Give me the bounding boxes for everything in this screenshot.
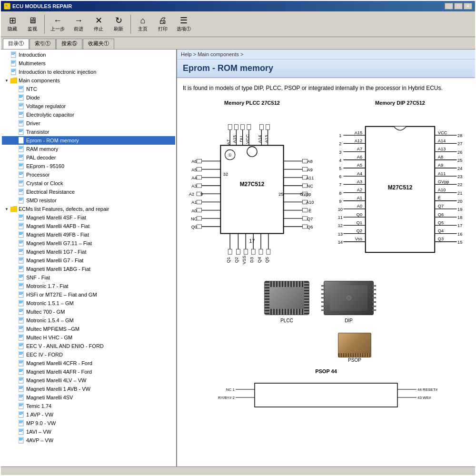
sidebar-item-ntc[interactable]: NTC xyxy=(2,85,175,93)
svg-text:5: 5 xyxy=(339,166,341,171)
sidebar-item-introduction[interactable]: Introduction xyxy=(2,50,175,59)
sidebar-item-multec-hvhc[interactable]: Multec H VHC - GM xyxy=(2,333,175,342)
refresh-button[interactable]: ↻ 刷新 xyxy=(109,15,128,34)
minimize-button[interactable]: _ xyxy=(445,3,453,10)
sidebar-item-mm-49fb[interactable]: Magneti Marelli 49FB - Fiat xyxy=(2,230,175,239)
sidebar-item-diode[interactable]: Diode xyxy=(2,93,175,102)
sidebar-item-electrical-res[interactable]: Electrical Resistance xyxy=(2,188,175,196)
sidebar-item-voltage-reg[interactable]: Voltage regulator xyxy=(2,102,175,110)
sidebar-item-mm-4sv[interactable]: Magneti Marelli 4SV xyxy=(2,393,175,402)
refresh-icon: ↻ xyxy=(115,16,122,25)
monitor-button[interactable]: 🖥 监视 xyxy=(23,15,42,34)
svg-rect-55 xyxy=(19,174,22,175)
stop-button[interactable]: ✕ 停止 xyxy=(89,15,108,34)
print-button[interactable]: 🖨 打印 xyxy=(153,15,172,34)
tree-label-1avi-vw: 1AVI – VW xyxy=(26,429,51,435)
sidebar-item-electrolytic[interactable]: Electrolytic capacitor xyxy=(2,110,175,119)
svg-rect-41 xyxy=(19,147,23,147)
sidebar-item-1avi-vw[interactable]: 1AVI – VW xyxy=(2,427,175,436)
sidebar-item-eprom-rom[interactable]: Eprom - ROM memory xyxy=(2,136,175,145)
sidebar-item-transistor[interactable]: Transistor xyxy=(2,128,175,136)
tree-label-driver: Driver xyxy=(26,120,40,126)
options-button[interactable]: ☰ 选项① xyxy=(173,15,194,34)
sidebar-item-temic-174[interactable]: Temic 1.74 xyxy=(2,402,175,410)
sidebar-item-motronic-17[interactable]: Motronic 1.7 - Fiat xyxy=(2,282,175,290)
sidebar-item-eeprom-95160[interactable]: EEprom - 95160 xyxy=(2,162,175,170)
sidebar-item-multec-700[interactable]: Multec 700 - GM xyxy=(2,307,175,316)
home-button[interactable]: ⌂ 主页 xyxy=(133,15,152,34)
tab-contents[interactable]: 目录① xyxy=(3,39,29,49)
tree-toggle-temic-174 xyxy=(10,402,18,410)
sidebar-item-driver[interactable]: Driver xyxy=(2,119,175,128)
sidebar-item-ram-memory[interactable]: RAM memory xyxy=(2,145,175,153)
svg-rect-137 xyxy=(19,361,23,361)
tree-toggle-main-components[interactable]: ▼ xyxy=(3,77,10,84)
sidebar-item-mm-g7[interactable]: Magneti Marelli G7 - Fiat xyxy=(2,256,175,265)
tree-label-multec-mpfi: Multec MPFiEMS –GM xyxy=(26,326,79,332)
sidebar-item-mm-1avb[interactable]: Magneti Marelli 1 AVB - VW xyxy=(2,385,175,393)
sidebar-item-crystal-clock[interactable]: Crystal or Clock xyxy=(2,179,175,188)
sidebar-item-mm-1g7[interactable]: Magneti Marelli 1G7 - Fiat xyxy=(2,248,175,256)
svg-text:19: 19 xyxy=(457,207,462,212)
svg-rect-118 xyxy=(19,319,23,319)
tab-index[interactable]: 索引① xyxy=(30,39,56,49)
svg-rect-174 xyxy=(19,439,23,439)
sidebar-item-eec-v[interactable]: EEC V - ANIL AND ENIO - FORD xyxy=(2,342,175,350)
sidebar-item-processor[interactable]: Processor xyxy=(2,170,175,179)
sidebar-item-snf[interactable]: SNF - Fiat xyxy=(2,273,175,282)
sidebar-item-multimeters[interactable]: Multimeters xyxy=(2,59,175,68)
svg-text:A2: A2 xyxy=(189,192,194,197)
sidebar-item-multec-mpfi[interactable]: Multec MPFiEMS –GM xyxy=(2,325,175,333)
tree-toggle-electrolytic xyxy=(10,111,18,119)
sidebar-item-mm-4afb[interactable]: Magneti Marelli 4AFB - Fiat xyxy=(2,222,175,230)
content-header: Eprom - ROM memory xyxy=(177,60,475,78)
tab-favorites[interactable]: 收藏夹① xyxy=(83,39,114,49)
svg-rect-249 xyxy=(241,125,245,130)
svg-rect-59 xyxy=(19,183,22,183)
svg-text:9: 9 xyxy=(200,192,203,197)
svg-rect-1 xyxy=(11,52,15,53)
svg-rect-58 xyxy=(19,182,23,182)
sidebar-item-mm-4sf[interactable]: Magneti Marelli 4SF - Fiat xyxy=(2,213,175,222)
svg-rect-87 xyxy=(19,251,22,252)
svg-rect-62 xyxy=(19,190,23,191)
tree-toggle-ecm-list[interactable]: ▼ xyxy=(3,205,10,213)
sidebar-item-avp-1[interactable]: 1 AVP - VW xyxy=(2,410,175,419)
content-body[interactable]: It is found in models of type DIP, PLCC,… xyxy=(177,78,475,466)
dip-title: Memory DIP 27C512 xyxy=(375,100,425,106)
sidebar-item-eec-iv[interactable]: EEC IV - FORD xyxy=(2,350,175,359)
close-button[interactable]: × xyxy=(464,3,472,10)
sidebar-item-motronic-154[interactable]: Motronic 1.5.4 – GM xyxy=(2,316,175,325)
sidebar-item-mm-g711[interactable]: Magneti Marelli G7.11 – Fiat xyxy=(2,239,175,248)
diagrams-row: Memory PLCC 27C512 M27C512 ① 32 xyxy=(183,100,469,271)
tab-search[interactable]: 搜索⑤ xyxy=(56,39,82,49)
sidebar-item-intro-injection[interactable]: Introduction to electronic injection xyxy=(2,68,175,76)
tree-label-mm-4cfr: Magneti Marelli 4CFR - Ford xyxy=(26,360,92,366)
sidebar-item-mm-4cfr[interactable]: Magneti Marelli 4CFR - Ford xyxy=(2,359,175,367)
sidebar-item-mm-4lv[interactable]: Magneti Marelli 4LV – VW xyxy=(2,376,175,385)
sidebar-item-4avp-vw[interactable]: 4AVP – VW xyxy=(2,436,175,445)
maximize-button[interactable]: □ xyxy=(454,3,463,10)
svg-text:12: 12 xyxy=(338,223,343,228)
sidebar-item-mm-1abg[interactable]: Magneti Marelli 1ABG - Fiat xyxy=(2,265,175,273)
dip-svg: M27C512 A15 1 A12 2 A7 xyxy=(331,108,469,271)
sidebar-item-main-components[interactable]: ▼Main components xyxy=(2,76,175,85)
sidebar-item-mm-4afr[interactable]: Magneti Marelli 4AFR - Ford xyxy=(2,367,175,376)
svg-rect-14 xyxy=(19,88,23,88)
svg-rect-272 xyxy=(267,249,270,255)
svg-text:Q7: Q7 xyxy=(438,204,444,208)
sidebar-item-pal-decoder[interactable]: PAL decoder xyxy=(2,153,175,162)
tree-label-mm-4afb: Magneti Marelli 4AFB - Fiat xyxy=(26,223,89,229)
sidebar-item-mp-9[interactable]: MP 9.0 - VW xyxy=(2,419,175,427)
svg-rect-145 xyxy=(19,378,23,378)
forward-button[interactable]: → 前进 xyxy=(69,15,88,34)
tree-toggle-avp-1 xyxy=(10,411,18,418)
hide-button[interactable]: ⊞ 隐藏 xyxy=(3,15,22,34)
sidebar-scroll[interactable]: IntroductionMultimetersIntroduction to e… xyxy=(1,50,176,466)
back-button[interactable]: ← 上一步 xyxy=(47,15,68,34)
tree-toggle-multec-mpfi xyxy=(10,325,18,333)
sidebar-item-ecm-list[interactable]: ▼ECMs list Features, defects, and repair xyxy=(2,205,175,213)
sidebar-item-hsfi-mt27e[interactable]: HSFi or MT27E – Fiat and GM xyxy=(2,290,175,299)
sidebar-item-motronic-15[interactable]: Motronic 1.5.1 – GM xyxy=(2,299,175,307)
sidebar-item-smd-resistor[interactable]: SMD resistor xyxy=(2,196,175,205)
